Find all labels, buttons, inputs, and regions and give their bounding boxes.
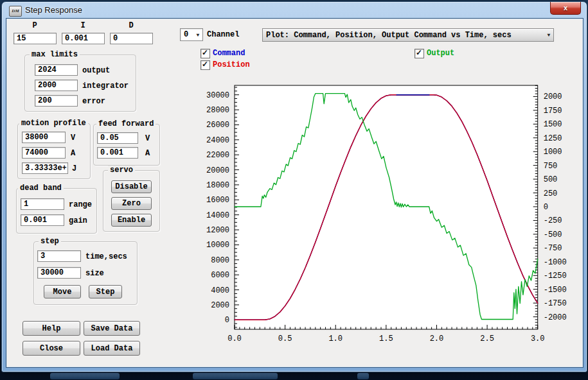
position-checkbox-label: Position xyxy=(213,60,250,69)
move-button[interactable]: Move xyxy=(44,285,81,298)
servo-disable-button[interactable]: Disable xyxy=(111,180,152,193)
output-checkbox-label: Output xyxy=(427,49,454,58)
svg-text:6000: 6000 xyxy=(211,271,229,280)
feed-forward-title: feed forward xyxy=(96,119,156,128)
ff-velocity-unit-label: V xyxy=(145,134,150,143)
svg-text:-1500: -1500 xyxy=(544,286,567,295)
servo-zero-button[interactable]: Zero xyxy=(111,197,152,210)
command-checkbox-label: Command xyxy=(213,49,245,58)
window-title: Step Response xyxy=(25,5,82,15)
svg-text:-1000: -1000 xyxy=(544,258,567,267)
max-output-input[interactable] xyxy=(35,64,78,76)
d-input[interactable] xyxy=(110,33,153,44)
step-time-input[interactable] xyxy=(37,250,81,262)
output-checkbox[interactable] xyxy=(414,49,424,58)
svg-text:18000: 18000 xyxy=(206,181,229,190)
background-window-fragment xyxy=(193,373,278,379)
max-error-input[interactable] xyxy=(35,95,78,107)
step-title: step xyxy=(39,237,61,246)
channel-label: Channel xyxy=(207,30,239,39)
plot-select[interactable]: Plot: Command, Position, Output Command … xyxy=(262,28,554,42)
dead-band-gain-input[interactable] xyxy=(21,214,64,226)
svg-text:1.0: 1.0 xyxy=(328,334,343,343)
svg-text:12000: 12000 xyxy=(206,226,229,235)
chevron-down-icon: ▼ xyxy=(544,32,553,38)
step-button[interactable]: Step xyxy=(89,285,122,298)
svg-text:2.0: 2.0 xyxy=(430,334,444,343)
servo-title: servo xyxy=(108,166,135,175)
feed-forward-group: feed forward xyxy=(93,124,160,166)
svg-text:-250: -250 xyxy=(544,216,562,225)
ff-velocity-input[interactable] xyxy=(97,132,138,144)
channel-value: 0 xyxy=(181,30,193,39)
max-error-label: error xyxy=(82,97,105,106)
svg-text:-1750: -1750 xyxy=(544,299,567,308)
svg-text:28000: 28000 xyxy=(206,106,229,115)
desktop: DM Step Response x P I D 0 ▼ Channel Plo… xyxy=(0,0,588,380)
svg-text:8000: 8000 xyxy=(211,256,229,265)
save-data-button[interactable]: Save Data xyxy=(84,321,140,336)
accel-input[interactable] xyxy=(22,147,66,159)
step-response-chart: 0.00.51.01.52.02.53.00200040006000800010… xyxy=(193,76,569,352)
p-input[interactable] xyxy=(13,33,57,44)
close-button[interactable]: Close xyxy=(22,341,80,356)
background-window-fragment xyxy=(357,373,369,379)
i-input[interactable] xyxy=(62,33,105,44)
ff-accel-unit-label: A xyxy=(145,149,150,158)
svg-text:20000: 20000 xyxy=(206,166,229,175)
svg-text:2000: 2000 xyxy=(544,92,562,101)
servo-enable-button[interactable]: Enable xyxy=(111,214,152,227)
velocity-unit-label: V xyxy=(71,134,75,142)
svg-text:16000: 16000 xyxy=(206,196,229,205)
svg-text:1000: 1000 xyxy=(544,148,562,157)
svg-text:0.5: 0.5 xyxy=(278,334,292,343)
svg-text:24000: 24000 xyxy=(206,136,229,145)
max-limits-title: max limits xyxy=(30,50,80,59)
accel-unit-label: A xyxy=(71,149,75,158)
svg-text:1250: 1250 xyxy=(544,134,562,143)
dead-band-group: dead band xyxy=(16,188,97,234)
dead-band-title: dead band xyxy=(18,184,64,193)
svg-text:750: 750 xyxy=(544,162,558,171)
svg-text:-2000: -2000 xyxy=(544,313,567,322)
help-button[interactable]: Help xyxy=(22,321,80,336)
jerk-input[interactable] xyxy=(22,162,68,174)
p-label: P xyxy=(13,21,56,30)
svg-text:3.0: 3.0 xyxy=(531,334,545,343)
app-icon: DM xyxy=(9,6,22,17)
motion-profile-title: motion profile xyxy=(19,119,88,128)
svg-text:0: 0 xyxy=(225,316,229,325)
step-size-input[interactable] xyxy=(37,267,81,279)
svg-text:500: 500 xyxy=(544,175,558,184)
svg-text:-500: -500 xyxy=(544,230,562,239)
svg-text:-750: -750 xyxy=(544,244,562,253)
svg-text:4000: 4000 xyxy=(211,286,229,295)
close-icon: x xyxy=(551,2,580,13)
jerk-unit-label: J xyxy=(72,164,76,173)
max-integrator-input[interactable] xyxy=(35,80,78,91)
channel-select[interactable]: 0 ▼ xyxy=(180,28,203,41)
dead-band-range-label: range xyxy=(69,200,92,209)
svg-text:0.0: 0.0 xyxy=(227,334,242,343)
dead-band-gain-label: gain xyxy=(69,216,87,225)
step-size-label: size xyxy=(85,269,104,278)
background-window-fragment xyxy=(50,373,120,379)
ff-accel-input[interactable] xyxy=(97,147,138,159)
position-checkbox[interactable] xyxy=(200,60,210,70)
svg-text:10000: 10000 xyxy=(206,241,229,250)
load-data-button[interactable]: Load Data xyxy=(84,341,140,356)
velocity-input[interactable] xyxy=(22,132,66,143)
plot-select-value: Plot: Command, Position, Output Command … xyxy=(263,31,544,40)
svg-text:1500: 1500 xyxy=(544,120,562,129)
title-bar[interactable]: DM Step Response xyxy=(2,2,587,19)
svg-text:26000: 26000 xyxy=(206,121,229,130)
dead-band-range-input[interactable] xyxy=(21,198,64,210)
svg-text:1.5: 1.5 xyxy=(379,334,393,343)
command-checkbox[interactable] xyxy=(200,49,210,58)
svg-text:0: 0 xyxy=(544,203,548,212)
svg-text:22000: 22000 xyxy=(206,151,229,160)
chart-svg: 0.00.51.01.52.02.53.00200040006000800010… xyxy=(193,76,569,352)
i-label: I xyxy=(62,21,104,30)
close-window-button[interactable]: x xyxy=(550,2,581,15)
chevron-down-icon: ▼ xyxy=(193,32,202,38)
